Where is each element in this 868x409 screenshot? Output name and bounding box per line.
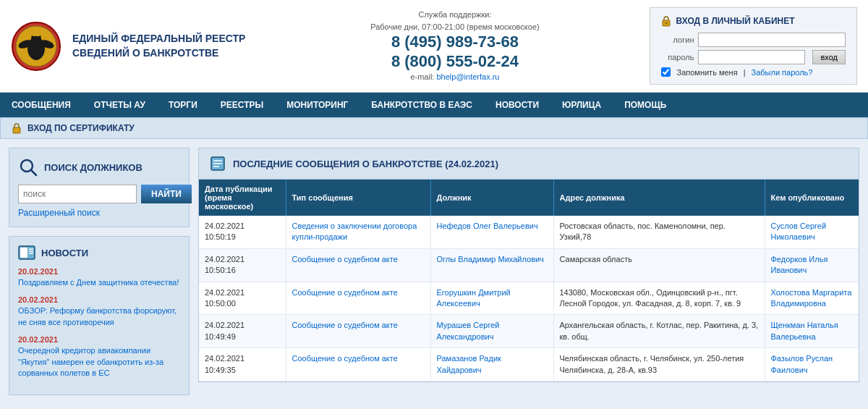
table-row: 24.02.202110:49:35 Сообщение о судебном … (199, 348, 859, 381)
publisher-link-2[interactable]: Холостова Маргарита Владимировна (771, 288, 852, 308)
news-link-3[interactable]: Очередной кредитор авиакомпании "Якутия"… (18, 345, 180, 379)
col-date: Дата публикации (время московское) (199, 180, 286, 216)
cell-address-0: Ростовская область, пос. Каменоломни, пе… (553, 216, 765, 248)
cell-debtor-0: Нефедов Олег Валерьевич (430, 216, 553, 248)
nav-help[interactable]: ПОМОЩЬ (613, 93, 678, 117)
right-panel: ПОСЛЕДНИЕ СООБЩЕНИЯ О БАНКРОТСТВЕ (24.02… (198, 148, 859, 395)
cell-publisher-0: Суслов Сергей Николаевич (765, 216, 859, 248)
col-address: Адрес должника (553, 180, 765, 216)
news-title: НОВОСТИ (18, 245, 180, 260)
remember-checkbox[interactable] (661, 67, 671, 77)
cell-address-1: Самарская область (553, 248, 765, 282)
table-row: 24.02.202110:50:00 Сообщение о судебном … (199, 282, 859, 315)
nav-eaes[interactable]: БАНКРОТСТВО В ЕАЭС (359, 93, 484, 117)
search-button[interactable]: найти (141, 185, 192, 203)
password-input[interactable] (698, 50, 805, 64)
cert-bar[interactable]: ВХОД ПО СЕРТИФИКАТУ (0, 117, 868, 139)
publisher-link-1[interactable]: Федорков Илья Иванович (771, 255, 828, 274)
nav-messages[interactable]: СООБЩЕНИЯ (0, 93, 82, 117)
cell-type-0: Сведения о заключении договора купли-про… (286, 216, 430, 248)
type-link-4[interactable]: Сообщение о судебном акте (292, 354, 398, 363)
site-title: ЕДИНЫЙ ФЕДЕРАЛЬНЫЙ РЕЕСТР СВЕДЕНИЙ О БАН… (72, 32, 245, 60)
password-row: пароль вход (661, 50, 846, 64)
svg-rect-9 (13, 127, 20, 133)
svg-rect-13 (20, 248, 27, 258)
cell-publisher-1: Федорков Илья Иванович (765, 248, 859, 282)
forgot-password-link[interactable]: Забыли пароль? (752, 68, 813, 77)
news-box: НОВОСТИ 20.02.2021 Поздравляем с Днем за… (9, 236, 190, 395)
table-row: 24.02.202110:49:49 Сообщение о судебном … (199, 315, 859, 348)
type-link-2[interactable]: Сообщение о судебном акте (292, 288, 398, 297)
debtor-link-0[interactable]: Нефедов Олег Валерьевич (437, 222, 538, 230)
cell-date-4: 24.02.202110:49:35 (199, 348, 286, 381)
search-box: ПОИСК ДОЛЖНИКОВ найти Расширенный поиск (9, 148, 190, 227)
login-title: ВХОД В ЛИЧНЫЙ КАБИНЕТ (661, 15, 846, 27)
cell-date-2: 24.02.202110:50:00 (199, 282, 286, 315)
news-item-1: 20.02.2021 Поздравляем с Днем защитника … (18, 267, 180, 288)
search-title: ПОИСК ДОЛЖНИКОВ (18, 157, 180, 177)
type-link-0[interactable]: Сведения о заключении договора купли-про… (292, 222, 417, 241)
nav-registers[interactable]: РЕЕСТРЫ (209, 93, 275, 117)
cell-publisher-3: Щенкман Наталья Валерьевна (765, 315, 859, 348)
cell-debtor-4: Рамазанов Радик Хайдарович (430, 348, 553, 381)
search-input[interactable] (18, 185, 137, 203)
svg-line-11 (31, 170, 36, 175)
remember-label: Запомнить меня (676, 68, 737, 77)
email-info: e-mail: bhelp@interfax.ru (260, 71, 650, 83)
cell-debtor-3: Мурашев Сергей Александрович (430, 315, 553, 348)
cell-date-0: 24.02.202110:50:19 (199, 216, 286, 248)
login-row: логин (661, 33, 846, 47)
nav-monitoring[interactable]: МОНИТОРИНГ (275, 93, 359, 117)
debtor-link-3[interactable]: Мурашев Сергей Александрович (437, 321, 500, 340)
debtor-link-1[interactable]: Оглы Владимир Михайлович (437, 255, 544, 263)
news-link-1[interactable]: Поздравляем с Днем защитника отечества! (18, 277, 180, 288)
table-row: 24.02.202110:50:19 Сведения о заключении… (199, 216, 859, 248)
search-row: найти (18, 185, 180, 203)
login-button[interactable]: вход (812, 50, 846, 64)
table-header: Дата публикации (время московское) Тип с… (199, 180, 859, 216)
col-debtor: Должник (430, 180, 553, 216)
svg-point-8 (665, 22, 668, 25)
login-footer: Запомнить меня | Забыли пароль? (661, 67, 846, 77)
cell-date-3: 24.02.202110:49:49 (199, 315, 286, 348)
type-link-3[interactable]: Сообщение о судебном акте (292, 321, 398, 329)
cell-type-4: Сообщение о судебном акте (286, 348, 430, 381)
cell-type-2: Сообщение о судебном акте (286, 282, 430, 315)
publisher-link-4[interactable]: Фазылов Руслан Фаилович (771, 354, 833, 374)
cell-type-3: Сообщение о судебном акте (286, 315, 430, 348)
cert-label: ВХОД ПО СЕРТИФИКАТУ (27, 123, 135, 133)
messages-title: ПОСЛЕДНИЕ СООБЩЕНИЯ О БАНКРОТСТВЕ (24.02… (233, 159, 498, 169)
nav-news[interactable]: НОВОСТИ (484, 93, 550, 117)
nav-companies[interactable]: ЮРЛИЦА (550, 93, 613, 117)
publisher-link-3[interactable]: Щенкман Наталья Валерьевна (771, 321, 838, 340)
login-panel: ВХОД В ЛИЧНЫЙ КАБИНЕТ логин пароль вход … (650, 7, 857, 85)
phone1: 8 (495) 989-73-68 (260, 33, 650, 51)
debtor-link-4[interactable]: Рамазанов Радик Хайдарович (437, 354, 501, 374)
password-label: пароль (661, 53, 694, 62)
nav-trades[interactable]: ТОРГИ (157, 93, 209, 117)
lock-icon (661, 15, 671, 27)
main-nav: СООБЩЕНИЯ ОТЧЕТЫ АУ ТОРГИ РЕЕСТРЫ МОНИТО… (0, 93, 868, 117)
nav-reports[interactable]: ОТЧЕТЫ АУ (82, 93, 157, 117)
left-panel: ПОИСК ДОЛЖНИКОВ найти Расширенный поиск … (9, 148, 190, 395)
svg-rect-6 (33, 33, 40, 36)
cell-address-2: 143080, Московская обл., Одинцовский р-н… (553, 282, 765, 315)
publisher-link-0[interactable]: Суслов Сергей Николаевич (771, 222, 827, 241)
search-icon (18, 157, 38, 177)
cell-type-1: Сообщение о судебном акте (286, 248, 430, 282)
login-input[interactable] (698, 33, 846, 47)
messages-header: ПОСЛЕДНИЕ СООБЩЕНИЯ О БАНКРОТСТВЕ (24.02… (199, 148, 859, 180)
table-row: 24.02.202110:50:16 Сообщение о судебном … (199, 248, 859, 282)
advanced-search-link[interactable]: Расширенный поиск (18, 208, 100, 218)
email-link[interactable]: bhelp@interfax.ru (437, 72, 500, 81)
cell-publisher-2: Холостова Маргарита Владимировна (765, 282, 859, 315)
debtor-link-2[interactable]: Егорушкин Дмитрий Алексеевич (437, 288, 511, 308)
col-publisher: Кем опубликовано (765, 180, 859, 216)
cell-date-1: 24.02.202110:50:16 (199, 248, 286, 282)
cell-debtor-2: Егорушкин Дмитрий Алексеевич (430, 282, 553, 315)
news-item-2: 20.02.2021 ОБЗОР: Реформу банкротства фо… (18, 295, 180, 328)
support-info: Служба поддержки: Рабочие дни, 07:00-21:… (260, 9, 650, 83)
phone2: 8 (800) 555-02-24 (260, 52, 650, 71)
type-link-1[interactable]: Сообщение о судебном акте (292, 255, 398, 263)
news-link-2[interactable]: ОБЗОР: Реформу банкротства форсируют, не… (18, 305, 180, 328)
